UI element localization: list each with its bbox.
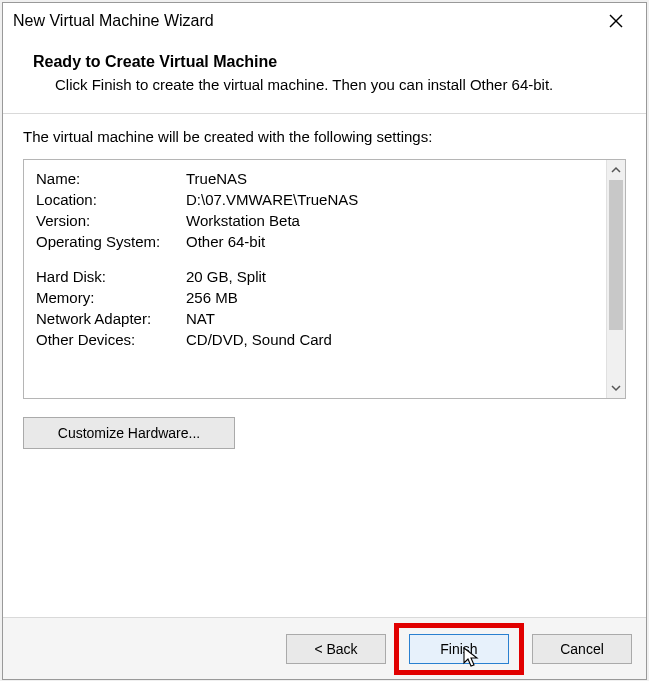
finish-highlight: Finish (394, 623, 524, 675)
setting-row: Hard Disk: 20 GB, Split (34, 266, 596, 287)
setting-label: Version: (34, 210, 184, 231)
titlebar: New Virtual Machine Wizard (3, 3, 646, 39)
setting-label: Memory: (34, 287, 184, 308)
setting-label: Location: (34, 189, 184, 210)
close-icon (609, 14, 623, 28)
settings-content: Name: TrueNAS Location: D:\07.VMWARE\Tru… (24, 160, 606, 398)
setting-value: 256 MB (184, 287, 596, 308)
settings-intro: The virtual machine will be created with… (23, 128, 626, 145)
back-button[interactable]: < Back (286, 634, 386, 664)
setting-row: Other Devices: CD/DVD, Sound Card (34, 329, 596, 350)
chevron-up-icon (611, 165, 621, 175)
setting-value: Other 64-bit (184, 231, 596, 252)
settings-listbox: Name: TrueNAS Location: D:\07.VMWARE\Tru… (23, 159, 626, 399)
setting-row: Location: D:\07.VMWARE\TrueNAS (34, 189, 596, 210)
finish-button[interactable]: Finish (409, 634, 509, 664)
setting-value: NAT (184, 308, 596, 329)
setting-label: Hard Disk: (34, 266, 184, 287)
setting-label: Name: (34, 168, 184, 189)
wizard-footer: < Back Finish Cancel (3, 617, 646, 679)
setting-row: Operating System: Other 64-bit (34, 231, 596, 252)
setting-row: Name: TrueNAS (34, 168, 596, 189)
setting-row: Memory: 256 MB (34, 287, 596, 308)
setting-row: Network Adapter: NAT (34, 308, 596, 329)
window-title: New Virtual Machine Wizard (13, 12, 596, 30)
settings-scrollbar[interactable] (606, 160, 625, 398)
setting-label: Network Adapter: (34, 308, 184, 329)
setting-value: 20 GB, Split (184, 266, 596, 287)
scroll-up-button[interactable] (607, 160, 625, 180)
scroll-thumb[interactable] (609, 180, 623, 330)
wizard-subtext: Click Finish to create the virtual machi… (55, 75, 616, 95)
customize-hardware-button[interactable]: Customize Hardware... (23, 417, 235, 449)
setting-value: Workstation Beta (184, 210, 596, 231)
wizard-heading: Ready to Create Virtual Machine (33, 53, 616, 71)
setting-label: Other Devices: (34, 329, 184, 350)
scroll-track[interactable] (607, 180, 625, 378)
chevron-down-icon (611, 383, 621, 393)
setting-value: CD/DVD, Sound Card (184, 329, 596, 350)
setting-value: TrueNAS (184, 168, 596, 189)
wizard-header: Ready to Create Virtual Machine Click Fi… (3, 39, 646, 114)
setting-value: D:\07.VMWARE\TrueNAS (184, 189, 596, 210)
wizard-window: New Virtual Machine Wizard Ready to Crea… (2, 2, 647, 680)
scroll-down-button[interactable] (607, 378, 625, 398)
setting-label: Operating System: (34, 231, 184, 252)
close-button[interactable] (596, 7, 636, 35)
cancel-button[interactable]: Cancel (532, 634, 632, 664)
setting-row: Version: Workstation Beta (34, 210, 596, 231)
wizard-body: The virtual machine will be created with… (3, 114, 646, 617)
